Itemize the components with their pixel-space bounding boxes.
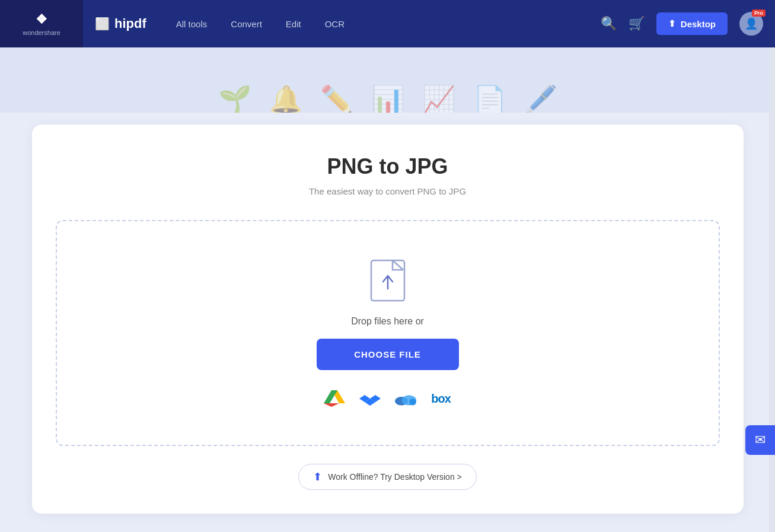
box-icon[interactable]: box bbox=[430, 388, 452, 409]
desktop-button[interactable]: ⬆ Desktop bbox=[656, 12, 728, 35]
onedrive-icon[interactable] bbox=[395, 388, 416, 409]
hero-background: 🌱 🔔 ✏️ 📊 📈 📄 🖊️ bbox=[0, 47, 775, 113]
drop-text: Drop files here or bbox=[351, 316, 424, 327]
illus-pencil: ✏️ bbox=[320, 86, 353, 113]
search-icon[interactable]: 🔍 bbox=[601, 16, 617, 31]
main-card: PNG to JPG The easiest way to convert PN… bbox=[32, 125, 744, 514]
hipdf-icon: ⬜ bbox=[95, 17, 110, 31]
desktop-btn-icon: ⬆ bbox=[668, 18, 676, 29]
hipdf-logo[interactable]: ⬜ hipdf bbox=[95, 16, 146, 31]
nav-ocr[interactable]: OCR bbox=[325, 19, 345, 29]
gdrive-icon[interactable] bbox=[324, 388, 345, 409]
navbar: ❖ wondershare ⬜ hipdf All tools Convert … bbox=[0, 0, 775, 47]
wondershare-logo[interactable]: ❖ wondershare bbox=[0, 0, 83, 47]
nav-edit[interactable]: Edit bbox=[286, 19, 301, 29]
svg-marker-4 bbox=[324, 403, 345, 407]
illus-chart2: 📈 bbox=[422, 86, 455, 113]
page-subtitle: The easiest way to convert PNG to JPG bbox=[56, 186, 720, 196]
desktop-promo-icon: ⬆ bbox=[313, 470, 322, 483]
illus-quill: 🖊️ bbox=[524, 86, 557, 113]
nav-convert[interactable]: Convert bbox=[231, 19, 262, 29]
hero-illustration: 🌱 🔔 ✏️ 📊 📈 📄 🖊️ bbox=[218, 86, 557, 113]
user-avatar-wrap[interactable]: 👤 Pro bbox=[739, 12, 763, 36]
hipdf-label: hipdf bbox=[114, 16, 146, 31]
nav-actions: 🔍 🛒 ⬆ Desktop 👤 Pro bbox=[601, 12, 763, 36]
upload-icon bbox=[370, 259, 406, 302]
desktop-promo-label: Work Offline? Try Desktop Version > bbox=[328, 472, 462, 482]
page-title: PNG to JPG bbox=[56, 154, 720, 179]
desktop-promo: ⬆ Work Offline? Try Desktop Version > bbox=[56, 464, 720, 490]
main-content: PNG to JPG The easiest way to convert PN… bbox=[0, 113, 775, 532]
wondershare-icon: ❖ bbox=[36, 12, 47, 27]
box-label: box bbox=[431, 392, 451, 406]
choose-file-button[interactable]: CHOOSE FILE bbox=[317, 339, 459, 370]
cart-icon[interactable]: 🛒 bbox=[629, 16, 645, 31]
wondershare-label: wondershare bbox=[23, 29, 60, 36]
illus-lamp: 🔔 bbox=[269, 86, 302, 113]
nav-all-tools[interactable]: All tools bbox=[176, 19, 208, 29]
drop-zone[interactable]: Drop files here or CHOOSE FILE bbox=[56, 220, 720, 446]
message-icon: ✉ bbox=[755, 432, 766, 448]
desktop-promo-button[interactable]: ⬆ Work Offline? Try Desktop Version > bbox=[298, 464, 477, 490]
illus-chart: 📊 bbox=[371, 86, 404, 113]
dropbox-icon[interactable] bbox=[359, 388, 381, 409]
illus-doc: 📄 bbox=[473, 86, 506, 113]
illus-plant: 🌱 bbox=[218, 86, 251, 113]
svg-point-7 bbox=[409, 399, 416, 406]
cloud-icons: box bbox=[324, 388, 452, 409]
desktop-btn-label: Desktop bbox=[681, 19, 716, 29]
pro-badge: Pro bbox=[752, 9, 766, 17]
nav-links: All tools Convert Edit OCR bbox=[176, 19, 345, 29]
upload-icon-wrap bbox=[367, 257, 409, 304]
float-message-button[interactable]: ✉ bbox=[745, 425, 775, 455]
